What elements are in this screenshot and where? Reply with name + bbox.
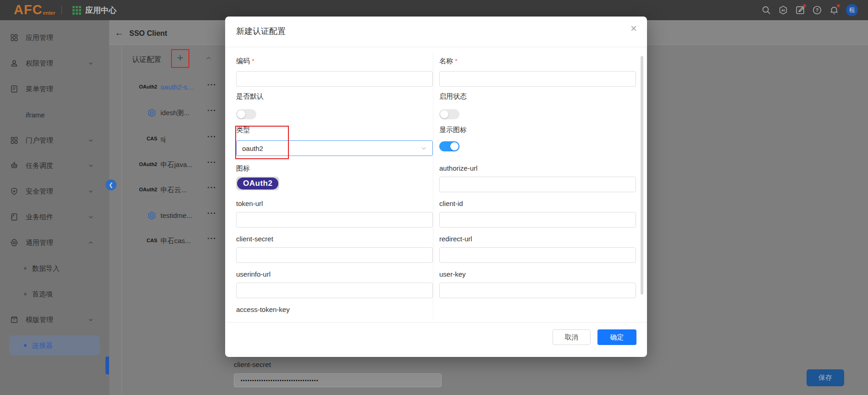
sso-client-row[interactable]: idesh测... ··· <box>109 104 225 122</box>
type-select[interactable]: oauth2 <box>236 140 433 156</box>
add-auth-config-button[interactable]: + <box>174 52 187 65</box>
sidebar-item-label: 菜单管理 <box>26 85 53 94</box>
avatar[interactable]: 租 <box>846 4 858 16</box>
back-arrow-icon[interactable]: ← <box>115 28 124 38</box>
sso-client-row[interactable]: testidme... ··· <box>109 207 225 225</box>
enabled-toggle[interactable] <box>439 109 459 119</box>
code-label: 编码* <box>236 57 254 66</box>
document-icon <box>10 85 18 93</box>
sso-client-row[interactable]: CAS sj ··· <box>109 130 225 149</box>
row-menu-button[interactable]: ··· <box>207 132 216 141</box>
client-secret-label: client-secret <box>234 361 271 368</box>
sidebar: 应用管理 权限管理 菜单管理 iframe 门户管理 任务调度 安全管 <box>0 20 109 395</box>
sidebar-item-security[interactable]: 安全管理 <box>0 181 109 201</box>
logo-subtext: enter <box>43 9 55 17</box>
svg-text:?: ? <box>816 8 818 13</box>
sidebar-item-data-import[interactable]: 数据导入 <box>0 258 109 278</box>
sidebar-item-task-scheduling[interactable]: 任务调度 <box>0 156 109 176</box>
idaas-hexagon-icon <box>147 108 156 117</box>
compose-icon[interactable] <box>795 5 805 15</box>
sidebar-item-connector[interactable]: 连接器 <box>9 335 100 356</box>
client-id-input[interactable] <box>439 212 636 228</box>
show-icon-label: 显示图标 <box>439 126 467 134</box>
sidebar-item-label: 数据导入 <box>32 264 60 273</box>
row-menu-button[interactable]: ··· <box>207 209 216 218</box>
save-button[interactable]: 保存 <box>807 369 844 386</box>
client-secret-field[interactable]: •••••••••••••••••••••••••••••••••• <box>234 373 442 387</box>
help-icon[interactable]: ? <box>812 5 822 15</box>
sso-client-row[interactable]: OAuth2 申石云... ··· <box>109 181 225 200</box>
confirm-button[interactable]: 确定 <box>597 329 636 345</box>
oauth2-pill: OAuth2 <box>237 178 278 189</box>
logo-text: AFC <box>14 3 43 17</box>
chevron-down-icon <box>420 145 427 151</box>
sso-client-row[interactable]: CAS 申石cas... ··· <box>109 232 225 250</box>
is-default-toggle[interactable] <box>236 109 256 119</box>
close-icon[interactable]: × <box>630 23 637 34</box>
client-secret-input[interactable] <box>236 247 433 263</box>
type-label: 类型 <box>236 126 250 134</box>
access-token-key-label: access-token-key <box>236 306 290 313</box>
client-secret-label: client-secret <box>236 235 273 243</box>
row-menu-button[interactable]: ··· <box>207 234 216 243</box>
auth-config-title: 认证配置 <box>132 55 161 65</box>
sso-client-row[interactable]: OAuth2 oauth2-s... ··· <box>109 78 225 97</box>
chevron-down-icon <box>88 163 94 168</box>
show-icon-toggle[interactable] <box>439 141 459 151</box>
sidebar-item-app-management[interactable]: 应用管理 <box>0 28 109 48</box>
chevron-down-icon <box>88 214 94 220</box>
notification-icon[interactable] <box>829 5 839 15</box>
sidebar-item-permission[interactable]: 权限管理 <box>0 53 109 73</box>
oauth2-badge: OAuth2 <box>139 187 157 192</box>
app-grid-icon <box>72 6 81 15</box>
sidebar-item-template-management[interactable]: 模版管理 <box>0 310 109 330</box>
client-id-label: client-id <box>439 200 463 207</box>
type-select-value: oauth2 <box>242 145 263 152</box>
collapse-panel-button[interactable]: ❮ <box>105 179 116 190</box>
authorize-url-input[interactable] <box>439 177 636 192</box>
sidebar-item-label: 连接器 <box>32 341 53 350</box>
sidebar-item-label: 模版管理 <box>26 316 53 324</box>
code-input[interactable] <box>236 71 433 87</box>
token-url-label: token-url <box>236 200 263 207</box>
sidebar-item-general-management[interactable]: 通用管理 <box>0 233 109 253</box>
modal-header-divider <box>225 47 647 47</box>
modal-footer-divider <box>225 322 647 323</box>
name-input[interactable] <box>439 71 636 87</box>
chevron-down-icon <box>88 189 94 194</box>
icon-label: 图标 <box>236 164 250 173</box>
idaas-hexagon-icon <box>147 211 156 220</box>
search-icon[interactable] <box>761 5 771 15</box>
ai-icon[interactable]: AI <box>778 5 788 15</box>
cancel-button[interactable]: 取消 <box>553 329 591 345</box>
sidebar-item-business-components[interactable]: 业务组件 <box>0 207 109 227</box>
row-menu-button[interactable]: ··· <box>207 80 216 89</box>
chevron-up-icon <box>88 240 94 245</box>
sidebar-item-label: 安全管理 <box>26 187 53 196</box>
redirect-url-label: redirect-url <box>439 235 472 243</box>
bullet-icon <box>24 293 27 295</box>
toggle-knob <box>450 142 459 150</box>
sidebar-item-preferences[interactable]: 首选项 <box>0 284 109 304</box>
sidebar-item-portal[interactable]: 门户管理 <box>0 130 109 150</box>
row-menu-button[interactable]: ··· <box>207 158 216 167</box>
collapse-list-chevron-up-icon[interactable] <box>205 55 212 61</box>
modal-column-divider <box>433 53 433 320</box>
token-url-input[interactable] <box>236 212 433 228</box>
row-menu-button[interactable]: ··· <box>207 106 216 115</box>
book-icon <box>10 213 18 221</box>
notification-dot <box>803 4 806 7</box>
sidebar-item-menu-management[interactable]: 菜单管理 <box>0 79 109 99</box>
redirect-url-input[interactable] <box>439 247 636 263</box>
sidebar-item-iframe[interactable]: iframe <box>0 105 109 125</box>
row-menu-button[interactable]: ··· <box>207 183 216 192</box>
user-key-input[interactable] <box>439 283 636 298</box>
app-center-menu[interactable]: 应用中心 <box>72 0 116 20</box>
logo-divider <box>61 6 62 15</box>
userinfo-url-input[interactable] <box>236 283 433 298</box>
is-default-label: 是否默认 <box>236 92 264 101</box>
userinfo-url-label: userinfo-url <box>236 270 271 278</box>
archive-icon <box>10 316 18 324</box>
modal-scrollbar[interactable] <box>641 56 643 295</box>
sso-client-row[interactable]: OAuth2 申石java... ··· <box>109 156 225 174</box>
